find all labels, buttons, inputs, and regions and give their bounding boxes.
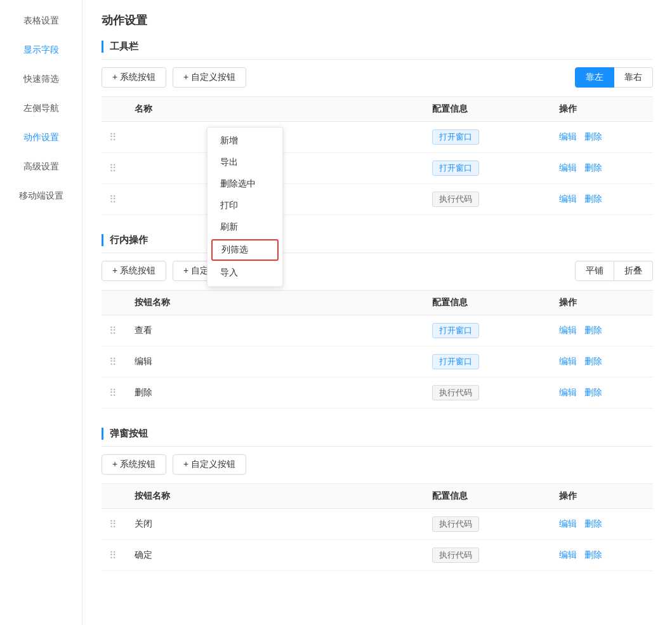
modal-add-system-btn[interactable]: + 系统按钮 [102,454,166,475]
modal-row-1-name: 关闭 [127,518,425,530]
toolbar-row-1-config: 打开窗口 [425,129,551,145]
inline-row-1-actions: 编辑 删除 [551,325,653,336]
inline-table-header: 按钮名称 配置信息 操作 [102,290,653,315]
modal-section-header: 弹窗按钮 [102,428,653,447]
inline-row-2-edit[interactable]: 编辑 [559,356,577,367]
modal-add-custom-btn[interactable]: + 自定义按钮 [173,454,246,475]
toolbar-row-3-actions: 编辑 删除 [551,194,653,205]
toolbar-col-config: 配置信息 [425,103,551,115]
inline-row-3-actions: 编辑 删除 [551,387,653,398]
toolbar-row-2: ⠿ 打开窗口 编辑 删除 [102,153,653,184]
inline-row-3-edit[interactable]: 编辑 [559,387,577,398]
toolbar-row-3-edit[interactable]: 编辑 [559,194,577,205]
sidebar-item-quick-filter[interactable]: 快速筛选 [0,65,82,94]
toolbar-add-system-btn[interactable]: + 系统按钮 [102,67,166,88]
modal-row-2-edit[interactable]: 编辑 [559,549,577,561]
drag-handle-1[interactable]: ⠿ [102,131,127,143]
sidebar-item-table-settings[interactable]: 表格设置 [0,6,82,36]
modal-row-2-actions: 编辑 删除 [551,549,653,561]
toolbar-section-title: 工具栏 [102,41,138,53]
modal-row-2-delete[interactable]: 删除 [584,549,602,561]
inline-layout-fold-btn[interactable]: 折叠 [614,261,653,281]
modal-row-2-name: 确定 [127,549,425,561]
toolbar-section-header: 工具栏 [102,41,653,60]
dropdown-item-add[interactable]: 新增 [208,130,282,152]
inline-row-2-config-badge: 打开窗口 [432,354,479,369]
modal-col-config: 配置信息 [425,490,551,502]
toolbar-align-left-btn[interactable]: 靠左 [575,67,614,88]
inline-col-name: 按钮名称 [127,297,425,308]
toolbar-row-1-actions: 编辑 删除 [551,131,653,143]
toolbar-row-1-delete[interactable]: 删除 [584,131,602,143]
dropdown-item-delete-selected[interactable]: 删除选中 [208,173,282,195]
inline-col-config: 配置信息 [425,297,551,308]
toolbar-align-group: 靠左 靠右 [575,67,653,88]
modal-row-1-config: 执行代码 [425,516,551,532]
sidebar-item-display-fields[interactable]: 显示字段 [0,36,82,65]
inline-layout-group: 平铺 折叠 [575,261,653,281]
toolbar-col-name: 名称 [127,103,425,115]
toolbar-col-drag [102,103,127,115]
sidebar: 表格设置 显示字段 快速筛选 左侧导航 动作设置 高级设置 移动端设置 [0,0,82,625]
inline-section-title: 行内操作 [102,234,148,246]
inline-row-1-config: 打开窗口 [425,323,551,338]
inline-row-1-delete[interactable]: 删除 [584,325,602,336]
modal-row-1: ⠿ 关闭 执行代码 编辑 删除 [102,509,653,540]
dropdown-item-refresh[interactable]: 刷新 [208,216,282,238]
sidebar-item-action-settings[interactable]: 动作设置 [0,123,82,152]
modal-row-2: ⠿ 确定 执行代码 编辑 删除 [102,540,653,571]
toolbar-add-custom-btn[interactable]: + 自定义按钮 [173,67,246,88]
toolbar-row-3-delete[interactable]: 删除 [584,194,602,205]
inline-col-drag [102,297,127,308]
modal-section: 弹窗按钮 + 系统按钮 + 自定义按钮 按钮名称 配置信息 操作 ⠿ 关闭 [102,428,653,571]
inline-row-1-edit[interactable]: 编辑 [559,325,577,336]
modal-drag-1[interactable]: ⠿ [102,518,127,530]
inline-row-2: ⠿ 编辑 打开窗口 编辑 删除 [102,346,653,378]
dropdown-item-import[interactable]: 导入 [208,262,282,284]
inline-drag-2[interactable]: ⠿ [102,356,127,368]
toolbar-row-2-delete[interactable]: 删除 [584,162,602,174]
inline-add-system-btn[interactable]: + 系统按钮 [102,261,166,281]
inline-row-2-name: 编辑 [127,356,425,367]
inline-table: 按钮名称 配置信息 操作 ⠿ 查看 打开窗口 编辑 删除 [102,290,653,409]
sidebar-item-left-nav[interactable]: 左侧导航 [0,94,82,123]
toolbar-row-1-config-badge: 打开窗口 [432,129,479,145]
drag-handle-2[interactable]: ⠿ [102,162,127,174]
modal-table: 按钮名称 配置信息 操作 ⠿ 关闭 执行代码 编辑 删除 [102,484,653,571]
inline-row-3-delete[interactable]: 删除 [584,387,602,398]
inline-row-1-config-badge: 打开窗口 [432,323,479,338]
page-title: 动作设置 [102,13,653,28]
sidebar-item-mobile-settings[interactable]: 移动端设置 [0,181,82,211]
inline-section: 行内操作 + 系统按钮 + 自定义按钮 平铺 折叠 按钮名称 配置信息 操作 [102,234,653,409]
dropdown-item-export[interactable]: 导出 [208,152,282,173]
modal-row-2-config-badge: 执行代码 [432,548,479,563]
modal-section-title: 弹窗按钮 [102,428,148,440]
inline-drag-1[interactable]: ⠿ [102,325,127,337]
modal-drag-2[interactable]: ⠿ [102,549,127,562]
toolbar-row-2-config: 打开窗口 [425,161,551,176]
inline-row-3-name: 删除 [127,387,425,398]
dropdown-item-print[interactable]: 打印 [208,195,282,216]
modal-row-1-delete[interactable]: 删除 [584,518,602,530]
inline-drag-3[interactable]: ⠿ [102,387,127,399]
modal-row-1-edit[interactable]: 编辑 [559,518,577,530]
modal-buttons-row: + 系统按钮 + 自定义按钮 [102,454,653,475]
toolbar-row-3-config: 执行代码 [425,192,551,207]
inline-row-1-name: 查看 [127,325,425,336]
toolbar-align-right-btn[interactable]: 靠右 [614,67,653,88]
modal-col-drag [102,490,127,502]
inline-row-2-delete[interactable]: 删除 [584,356,602,367]
modal-row-1-actions: 编辑 删除 [551,518,653,530]
toolbar-row-1: ⠿ 打开窗口 编辑 删除 [102,122,653,153]
inline-layout-flat-btn[interactable]: 平铺 [575,261,614,281]
toolbar-row-1-edit[interactable]: 编辑 [559,131,577,143]
inline-buttons-row: + 系统按钮 + 自定义按钮 平铺 折叠 [102,261,653,281]
toolbar-buttons-row: + 系统按钮 + 自定义按钮 靠左 靠右 [102,67,653,88]
toolbar-row-2-config-badge: 打开窗口 [432,161,479,176]
main-content: 动作设置 工具栏 + 系统按钮 + 自定义按钮 靠左 靠右 名称 配置信息 操作 [82,0,672,625]
sidebar-item-advanced-settings[interactable]: 高级设置 [0,152,82,181]
toolbar-row-3: ⠿ 执行代码 编辑 删除 [102,184,653,215]
toolbar-row-2-edit[interactable]: 编辑 [559,162,577,174]
drag-handle-3[interactable]: ⠿ [102,194,127,206]
dropdown-item-column-filter[interactable]: 列筛选 [211,239,279,261]
